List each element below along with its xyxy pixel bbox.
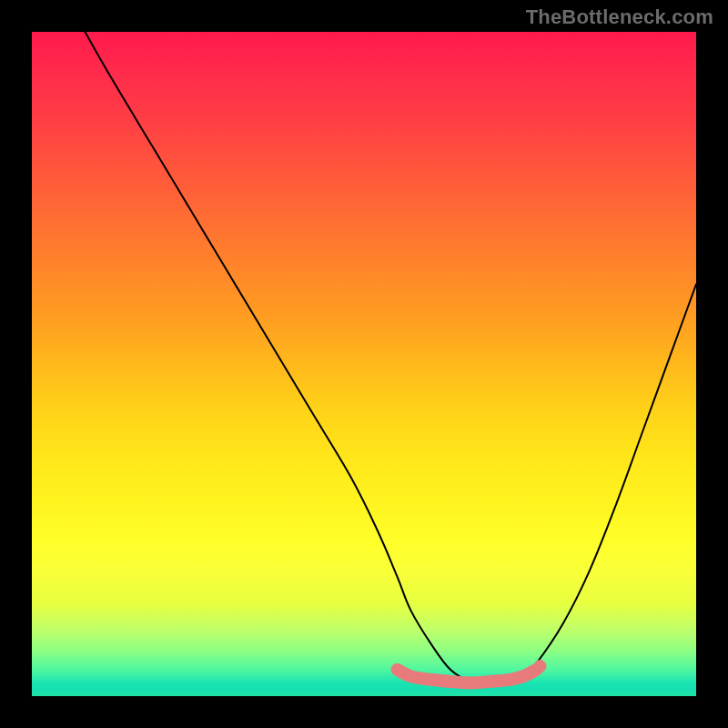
black-curve [85,32,696,682]
plot-area [32,32,696,696]
curve-layer [32,32,696,696]
pink-dot-right [534,660,547,672]
pink-band [398,670,537,683]
chart-frame: TheBottleneck.com [0,0,728,728]
watermark-text: TheBottleneck.com [526,5,713,29]
